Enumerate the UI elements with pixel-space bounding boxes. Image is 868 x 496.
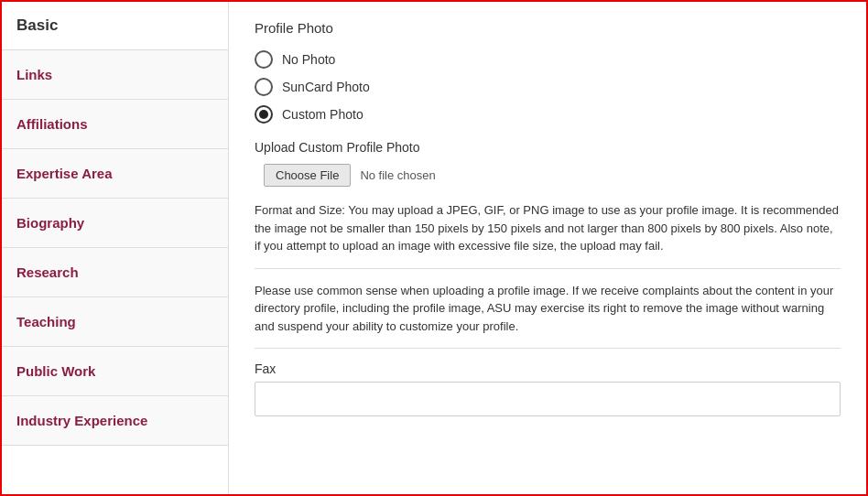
sidebar-item-industry-experience[interactable]: Industry Experience <box>2 396 228 446</box>
info-text-1: Format and Size: You may upload a JPEG, … <box>255 201 841 255</box>
upload-label: Upload Custom Profile Photo <box>255 140 841 155</box>
radio-option-custom-photo[interactable]: Custom Photo <box>255 105 841 124</box>
sidebar: Basic Links Affiliations Expertise Area … <box>2 2 229 494</box>
page-container: Basic Links Affiliations Expertise Area … <box>0 0 868 496</box>
radio-option-suncard-photo[interactable]: SunCard Photo <box>255 78 841 96</box>
radio-label-custom-photo: Custom Photo <box>282 107 363 122</box>
sidebar-item-links[interactable]: Links <box>2 50 228 100</box>
profile-photo-label: Profile Photo <box>255 20 841 36</box>
radio-label-no-photo: No Photo <box>282 52 335 67</box>
sidebar-item-biography[interactable]: Biography <box>2 199 228 248</box>
fax-input[interactable] <box>255 382 841 416</box>
choose-file-button[interactable]: Choose File <box>264 164 351 187</box>
radio-label-suncard-photo: SunCard Photo <box>282 80 370 94</box>
sidebar-item-expertise-area[interactable]: Expertise Area <box>2 149 228 199</box>
no-file-text: No file chosen <box>360 168 435 182</box>
fax-label: Fax <box>255 361 841 376</box>
radio-circle-custom-photo <box>255 105 273 124</box>
divider-2 <box>255 348 841 349</box>
sidebar-item-research[interactable]: Research <box>2 248 228 297</box>
sidebar-item-affiliations[interactable]: Affiliations <box>2 100 228 149</box>
radio-circle-no-photo <box>255 50 273 69</box>
radio-circle-suncard-photo <box>255 78 273 96</box>
main-content: Profile Photo No Photo SunCard Photo Cus… <box>229 2 866 494</box>
file-input-row: Choose File No file chosen <box>264 164 841 187</box>
radio-option-no-photo[interactable]: No Photo <box>255 50 841 69</box>
info-text-2: Please use common sense when uploading a… <box>255 282 841 336</box>
sidebar-item-public-work[interactable]: Public Work <box>2 347 228 396</box>
sidebar-item-teaching[interactable]: Teaching <box>2 297 228 347</box>
sidebar-item-basic[interactable]: Basic <box>2 2 228 50</box>
radio-group: No Photo SunCard Photo Custom Photo <box>255 50 841 124</box>
divider-1 <box>255 268 841 269</box>
